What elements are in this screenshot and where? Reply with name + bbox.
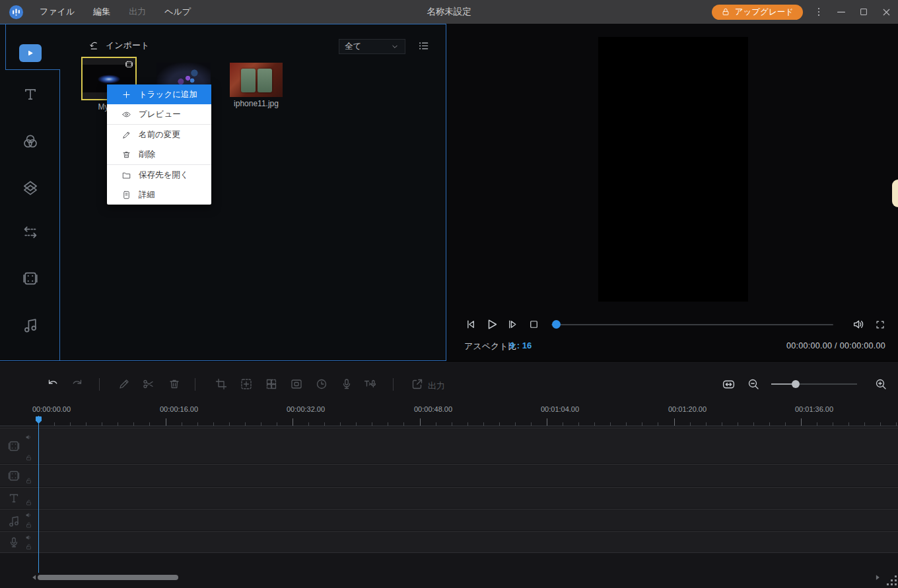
voiceover-track[interactable]: [0, 531, 898, 552]
sidebar-tab-filters[interactable]: [0, 123, 60, 160]
edit-button[interactable]: [118, 377, 131, 391]
track-lock-toggle[interactable]: [25, 499, 32, 506]
redo-button[interactable]: [71, 377, 84, 391]
import-icon: [88, 40, 100, 51]
export-label[interactable]: 出力: [428, 380, 445, 392]
ruler-tick: [245, 422, 246, 426]
scroll-right-button[interactable]: [873, 573, 882, 582]
volume-button[interactable]: [852, 317, 866, 331]
seek-slider-handle[interactable]: [552, 320, 561, 329]
resize-grip[interactable]: [885, 575, 897, 587]
trash-icon: [121, 149, 132, 160]
context-menu-item-保存先を開く[interactable]: 保存先を開く: [107, 165, 211, 185]
zoom-in-button[interactable]: [874, 377, 887, 391]
split-button[interactable]: [142, 377, 155, 391]
stop-button[interactable]: [528, 318, 540, 331]
track-lock-toggle[interactable]: [25, 454, 32, 461]
ruler-tick: [229, 422, 230, 426]
minimize-button[interactable]: [835, 5, 848, 18]
ruler-tick: [340, 422, 341, 426]
text-track[interactable]: [0, 487, 898, 508]
pencil-icon: [121, 129, 132, 140]
sidebar-tab-text[interactable]: [0, 76, 60, 113]
context-menu-item-トラックに追加[interactable]: トラックに追加: [107, 84, 211, 104]
panel-border-left-upper: [5, 24, 6, 70]
play-button[interactable]: [484, 317, 499, 332]
titlebar: ファイル編集出力ヘルプ 名称未設定 アップグレード: [0, 0, 898, 24]
mic-icon: [7, 536, 20, 549]
close-button[interactable]: [880, 5, 893, 18]
fit-timeline-button[interactable]: [722, 377, 736, 391]
plus-icon: [121, 89, 132, 100]
ruler-tick: [118, 422, 118, 426]
timeline-ruler[interactable]: 00:00:00.0000:00:16.0000:00:32.0000:00:4…: [0, 401, 898, 426]
ruler-tick: [610, 422, 611, 426]
freeze-frame-button[interactable]: [290, 377, 303, 391]
media-item-iphone11.jpg[interactable]: [230, 63, 283, 97]
context-menu-item-詳細[interactable]: 詳細: [107, 185, 211, 205]
text-to-speech-button[interactable]: [363, 377, 376, 391]
export-button[interactable]: [411, 377, 424, 391]
sidebar-tab-media[interactable]: [0, 34, 60, 71]
menu-編集[interactable]: 編集: [86, 3, 117, 20]
ruler-tick: [515, 422, 516, 426]
panel-border-right: [446, 24, 446, 361]
crop-button[interactable]: [215, 377, 228, 391]
video-track[interactable]: [0, 428, 898, 463]
timeline-zoom-handle[interactable]: [792, 380, 800, 388]
music-track[interactable]: [0, 509, 898, 531]
seek-slider[interactable]: [551, 324, 833, 325]
ruler-tick: [213, 422, 214, 426]
chevron-down-icon: [390, 42, 399, 51]
sidebar-tab-music[interactable]: [0, 306, 60, 343]
duration-button[interactable]: [315, 377, 328, 391]
overlay-track[interactable]: [0, 464, 898, 486]
list-view-button[interactable]: [417, 40, 430, 52]
more-menu-button[interactable]: [812, 5, 825, 18]
context-menu-item-名前の変更[interactable]: 名前の変更: [107, 125, 211, 145]
ruler-tick: [706, 422, 707, 426]
context-menu-item-削除[interactable]: 削除: [107, 145, 211, 164]
aspect-ratio-value[interactable]: 9 : 16: [510, 341, 532, 350]
context-menu-item-プレビュー[interactable]: プレビュー: [107, 104, 211, 124]
track-lock-toggle[interactable]: [25, 521, 32, 529]
sidebar-tab-transitions[interactable]: [0, 214, 60, 251]
filter-dropdown[interactable]: 全て: [339, 39, 405, 54]
ruler-timecode-label: 00:00:48.00: [414, 405, 452, 413]
titlebar-controls: アップグレード: [712, 0, 893, 24]
track-lock-toggle[interactable]: [25, 477, 32, 484]
voiceover-button[interactable]: [340, 377, 353, 391]
track-mute-toggle[interactable]: [25, 511, 32, 519]
timecode: 00:00:00.00 / 00:00:00.00: [786, 341, 885, 350]
menu-ファイル[interactable]: ファイル: [33, 3, 81, 20]
edge-floating-widget[interactable]: [892, 180, 898, 207]
maximize-button[interactable]: [857, 5, 870, 18]
ruler-tick: [738, 422, 738, 426]
horizontal-scrollbar-thumb[interactable]: [38, 575, 178, 580]
track-lock-toggle[interactable]: [25, 543, 32, 550]
track-mute-toggle[interactable]: [25, 534, 32, 541]
menu-ヘルプ[interactable]: ヘルプ: [158, 3, 197, 20]
elements-icon: [22, 270, 39, 287]
menu-bar: ファイル編集出力ヘルプ: [33, 3, 197, 20]
previous-frame-button[interactable]: [464, 317, 477, 331]
undo-button[interactable]: [46, 377, 59, 391]
ruler-tick: [864, 422, 865, 426]
upgrade-button[interactable]: アップグレード: [712, 5, 803, 20]
next-frame-button[interactable]: [505, 317, 519, 331]
filter-dropdown-value: 全て: [345, 41, 361, 52]
zoom-out-button[interactable]: [747, 377, 760, 391]
track-mute-toggle[interactable]: [25, 434, 32, 441]
sidebar-tab-overlays[interactable]: [0, 168, 60, 205]
ruler-timecode-label: 00:01:36.00: [795, 405, 833, 413]
fullscreen-button[interactable]: [874, 319, 886, 331]
playhead-line: [38, 416, 39, 573]
delete-button[interactable]: [168, 377, 181, 391]
import-button[interactable]: インポート: [88, 40, 149, 51]
mosaic-button[interactable]: [265, 377, 278, 391]
timeline-zoom-slider[interactable]: [771, 383, 857, 385]
sidebar-tab-elements[interactable]: [0, 260, 60, 297]
zoom-frame-button[interactable]: [240, 377, 253, 391]
ruler-tick: [642, 422, 642, 426]
music-icon: [22, 316, 39, 333]
